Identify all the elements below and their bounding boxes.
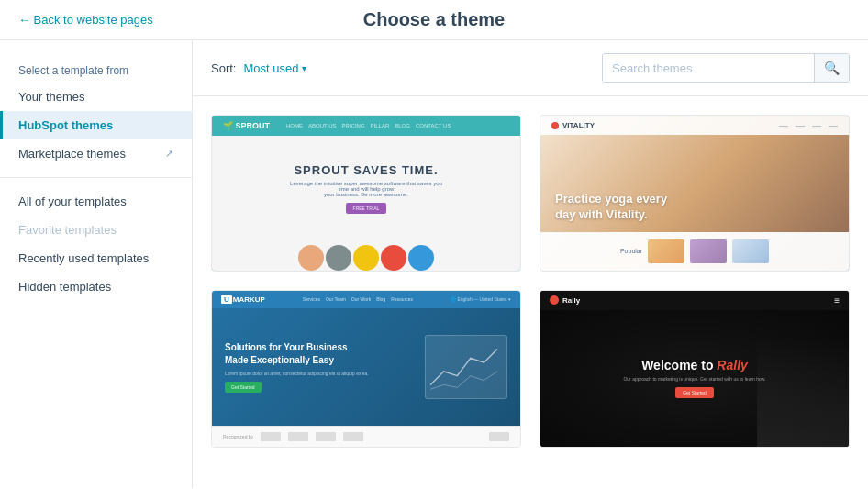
search-input[interactable] — [603, 55, 814, 82]
sidebar-item-label: All of your templates — [18, 194, 127, 208]
page-title: Choose a theme — [363, 9, 505, 30]
search-button[interactable]: 🔍 — [814, 54, 849, 82]
sidebar-item-recently-used[interactable]: Recently used templates — [0, 244, 192, 272]
sidebar-item-marketplace-themes[interactable]: Marketplace themes ↗ — [0, 139, 192, 168]
theme-preview-rally: Rally ≡ Welcome to Rally Our approach to… — [540, 291, 849, 447]
theme-preview-martech: U MARKUP Services Our Team Our Work Blog… — [212, 291, 520, 447]
external-link-icon: ↗ — [165, 148, 173, 160]
chevron-down-icon: ▾ — [302, 63, 306, 73]
theme-info-rally: Rally — [540, 447, 849, 448]
theme-info-sprout: Sprout Includes 8 templates — [212, 271, 520, 272]
theme-preview-sprout: 🌱 SPROUT HOME ABOUT US PRICING PILLAR BL… — [212, 116, 520, 271]
sidebar-item-your-themes[interactable]: Your themes — [0, 83, 192, 111]
sidebar-item-label: Favorite templates — [18, 223, 117, 237]
sidebar-section-label: Select a template from — [0, 59, 192, 83]
sidebar-item-hubspot-themes[interactable]: HubSpot themes — [0, 111, 192, 139]
theme-preview-vitality: VITALITY —— —— —— —— Practice yoga every… — [540, 116, 849, 271]
toolbar: Sort: Most used ▾ 🔍 — [193, 40, 868, 96]
sidebar-item-all-templates[interactable]: All of your templates — [0, 187, 192, 216]
back-link[interactable]: ← Back to website pages — [18, 13, 153, 27]
theme-card-martech[interactable]: U MARKUP Services Our Team Our Work Blog… — [211, 290, 521, 448]
sort-value: Most used — [243, 61, 298, 75]
sidebar-item-label: Your themes — [18, 90, 85, 104]
theme-grid: 🌱 SPROUT HOME ABOUT US PRICING PILLAR BL… — [193, 96, 868, 466]
theme-info-vitality: Vitality Includes 5 templates — [540, 271, 849, 272]
theme-card-vitality[interactable]: VITALITY —— —— —— —— Practice yoga every… — [540, 115, 850, 272]
sidebar-item-label: Marketplace themes — [18, 147, 126, 161]
main-content: Sort: Most used ▾ 🔍 🌱 SPROUT — [193, 40, 868, 488]
sort-dropdown[interactable]: Most used ▾ — [243, 61, 306, 75]
page-header: ← Back to website pages Choose a theme — [0, 0, 868, 40]
search-wrapper: 🔍 — [602, 53, 850, 83]
theme-card-sprout[interactable]: 🌱 SPROUT HOME ABOUT US PRICING PILLAR BL… — [211, 115, 521, 272]
sort-label: Sort: — [211, 61, 236, 75]
main-layout: Select a template from Your themes HubSp… — [0, 40, 868, 488]
search-icon: 🔍 — [824, 61, 840, 75]
sidebar-divider — [0, 177, 192, 178]
sidebar-item-label: HubSpot themes — [18, 118, 113, 132]
theme-info-martech: Martech — [212, 447, 520, 448]
theme-card-rally[interactable]: Rally ≡ Welcome to Rally Our approach to… — [540, 290, 850, 448]
sidebar-item-label: Recently used templates — [18, 251, 149, 265]
sidebar-item-label: Hidden templates — [18, 280, 111, 294]
sidebar-item-favorite-templates: Favorite templates — [0, 216, 192, 244]
sidebar: Select a template from Your themes HubSp… — [0, 40, 193, 488]
sidebar-item-hidden-templates[interactable]: Hidden templates — [0, 272, 192, 301]
